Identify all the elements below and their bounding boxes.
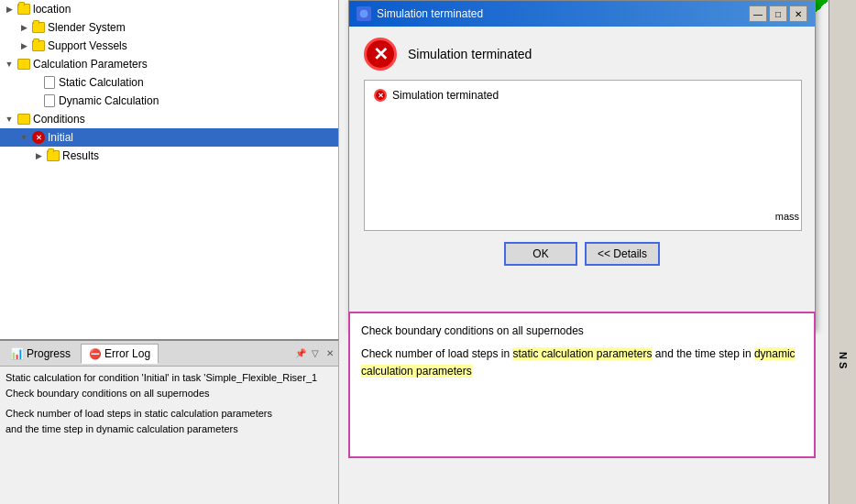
folder-icon-location xyxy=(16,2,31,16)
details-text-3: and the time step in xyxy=(655,347,752,360)
bottom-content: Static calculation for condition 'Initia… xyxy=(0,367,338,440)
tree-item-slender[interactable]: ▶ Slender System xyxy=(0,18,338,37)
details-line-2: Check number of load steps in static cal… xyxy=(361,345,803,380)
tree-item-support[interactable]: ▶ Support Vessels xyxy=(0,37,338,55)
dialog-title-text: Simulation terminated xyxy=(377,7,747,20)
expand-icon-initial[interactable]: ▼ xyxy=(18,132,29,143)
tree-label-static: Static Calculation xyxy=(59,76,144,89)
error-icon-large: ✕ xyxy=(364,38,397,71)
dialog-body: ✕ Simulation terminated ✕ Simulation ter… xyxy=(349,27,815,286)
minimize-button[interactable]: — xyxy=(749,5,767,22)
msg-error-icon: ✕ xyxy=(374,89,387,102)
dialog-header: ✕ Simulation terminated xyxy=(364,38,800,71)
right-panel: N S xyxy=(829,0,856,504)
ns-label: N S xyxy=(838,352,849,368)
mass-label: mass xyxy=(775,211,799,222)
bottom-line-5: and the time step in dynamic calculation… xyxy=(5,422,333,437)
error-log-icon: ⛔ xyxy=(89,348,102,360)
tab-progress[interactable]: 📊 Progress xyxy=(2,344,79,364)
simulation-dialog: Simulation terminated — □ ✕ ✕ Simulation… xyxy=(348,0,816,330)
folder-icon-calcparams xyxy=(16,57,31,71)
tree-item-dynamic[interactable]: Dynamic Calculation xyxy=(0,92,338,110)
tab-progress-label: Progress xyxy=(27,347,71,360)
dialog-titlebar: Simulation terminated — □ ✕ xyxy=(349,1,815,27)
message-row-1: ✕ Simulation terminated xyxy=(370,86,796,104)
svg-point-0 xyxy=(359,9,368,18)
bottom-panel: 📊 Progress ⛔ Error Log 📌 ▽ ✕ Static calc… xyxy=(0,339,339,504)
dialog-header-text: Simulation terminated xyxy=(408,47,532,61)
tree-label-conditions: Conditions xyxy=(33,113,85,126)
expand-icon-support[interactable]: ▶ xyxy=(18,40,29,51)
ok-button[interactable]: OK xyxy=(504,242,577,266)
dialog-overlay: Simulation terminated — □ ✕ ✕ Simulation… xyxy=(339,0,829,504)
tree-label-support: Support Vessels xyxy=(48,39,127,52)
expand-icon-static xyxy=(29,77,40,88)
tree-item-results[interactable]: ▶ Results xyxy=(0,147,338,165)
message-text-1: Simulation terminated xyxy=(392,89,499,102)
collapse-btn[interactable]: ▽ xyxy=(309,347,322,360)
doc-icon-dynamic xyxy=(42,93,57,108)
tree-label-dynamic: Dynamic Calculation xyxy=(59,94,159,107)
tab-bar: 📊 Progress ⛔ Error Log 📌 ▽ ✕ xyxy=(0,341,338,367)
tree-item-location[interactable]: ▶ location xyxy=(0,0,338,18)
tree-label-calcparams: Calculation Parameters xyxy=(33,58,148,71)
doc-icon-static xyxy=(42,75,57,90)
folder-icon-slender xyxy=(31,20,46,35)
bottom-line-2: Check boundary conditions on all superno… xyxy=(5,386,333,401)
dialog-title-icon xyxy=(357,6,371,21)
expand-icon-location[interactable]: ▶ xyxy=(4,4,15,15)
expand-icon-dynamic xyxy=(29,95,40,106)
tree-panel: ▶ location ▶ Slender System ▶ Support Ve… xyxy=(0,0,339,339)
maximize-button[interactable]: □ xyxy=(769,5,787,22)
tab-error-log-label: Error Log xyxy=(104,347,150,360)
progress-icon: 📊 xyxy=(10,347,24,360)
folder-icon-conditions xyxy=(16,112,31,126)
folder-icon-results xyxy=(46,148,60,163)
details-line-1: Check boundary conditions on all superno… xyxy=(361,323,803,340)
details-text-2: Check number of load steps in xyxy=(361,347,510,360)
expand-icon-slender[interactable]: ▶ xyxy=(18,22,29,33)
tree-item-calcparams[interactable]: ▼ Calculation Parameters xyxy=(0,55,338,73)
folder-icon-support xyxy=(31,38,46,53)
expand-icon-conditions[interactable]: ▼ xyxy=(4,114,15,125)
close-btn[interactable]: ✕ xyxy=(324,347,336,360)
details-button[interactable]: << Details xyxy=(585,242,660,266)
tree-item-conditions[interactable]: ▼ Conditions xyxy=(0,110,338,128)
tree-label-initial: Initial xyxy=(48,131,73,144)
details-highlighted-1: static calculation parameters xyxy=(512,347,652,360)
tree-label-location: location xyxy=(33,3,71,16)
tree-item-static[interactable]: Static Calculation xyxy=(0,73,338,92)
pin-btn[interactable]: 📌 xyxy=(294,347,307,360)
expand-icon-results[interactable]: ▶ xyxy=(33,150,44,161)
details-panel: Check boundary conditions on all superno… xyxy=(348,312,816,458)
close-button[interactable]: ✕ xyxy=(789,5,807,22)
red-circle-icon-initial: ✕ xyxy=(31,130,46,145)
bottom-line-1: Static calculation for condition 'Initia… xyxy=(5,370,333,386)
bottom-line-4: Check number of load steps in static cal… xyxy=(5,406,333,422)
tree-item-initial[interactable]: ▼ ✕ Initial xyxy=(0,128,338,147)
expand-icon-calcparams[interactable]: ▼ xyxy=(4,59,15,70)
tree-label-results: Results xyxy=(62,149,99,162)
dialog-buttons: OK << Details xyxy=(364,242,800,266)
tree-label-slender: Slender System xyxy=(48,21,126,34)
message-box: ✕ Simulation terminated xyxy=(364,80,802,231)
tab-controls: 📌 ▽ ✕ xyxy=(294,347,336,360)
tab-error-log[interactable]: ⛔ Error Log xyxy=(81,344,159,364)
